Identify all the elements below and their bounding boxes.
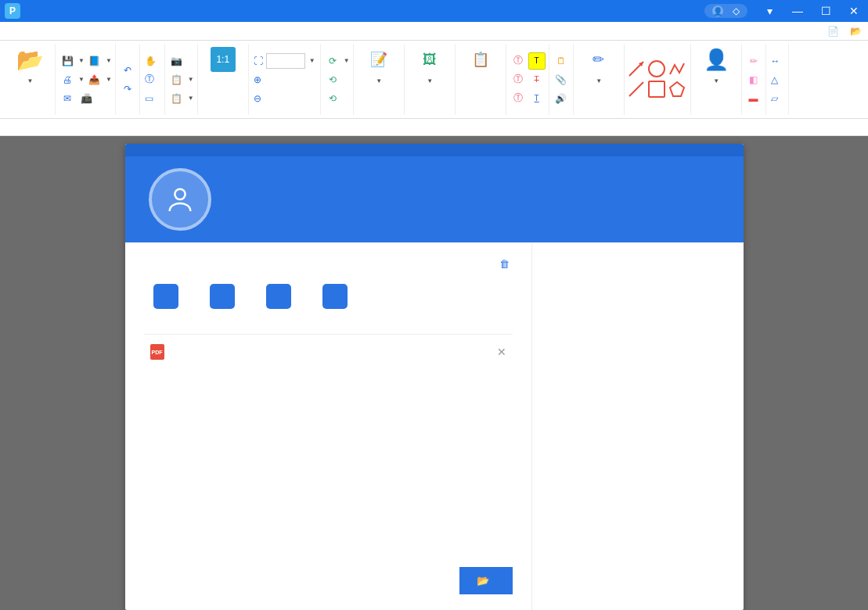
svg-marker-3 bbox=[670, 82, 684, 96]
app-logo-icon: P bbox=[5, 3, 20, 19]
rec-icon-ppt bbox=[210, 284, 235, 309]
strikeout-tool[interactable]: T bbox=[528, 71, 546, 88]
callout-tool[interactable]: Ⓣ bbox=[510, 90, 527, 107]
textbox-tool[interactable]: Ⓣ bbox=[510, 52, 527, 70]
polygon-shape[interactable] bbox=[668, 81, 686, 98]
rec-data-recovery[interactable] bbox=[322, 284, 348, 315]
add-button[interactable]: 🖼 ▼ bbox=[408, 44, 452, 84]
eraser-top-tool[interactable]: ✏ bbox=[745, 52, 762, 70]
rec-pdf-compress[interactable] bbox=[266, 284, 291, 315]
menubar: 📄 📂 bbox=[0, 22, 868, 41]
user-icon: 👤 bbox=[712, 5, 723, 16]
pencil-icon: ✏ bbox=[586, 47, 611, 72]
save-button[interactable]: 💾 bbox=[59, 52, 76, 70]
start-page: 🗑 PDF ✕ 📂 bbox=[125, 144, 744, 610]
start-page-title bbox=[125, 144, 744, 156]
add-icon: 🖼 bbox=[417, 47, 442, 72]
start-right-panel bbox=[532, 242, 744, 610]
line-shape[interactable] bbox=[628, 81, 645, 98]
folder-icon: 📂 bbox=[477, 575, 489, 587]
polyline-shape[interactable] bbox=[668, 60, 686, 77]
recommendation-row bbox=[144, 284, 513, 315]
actual-size-button[interactable]: 1:1 bbox=[201, 44, 245, 75]
select-text-tool[interactable]: Ⓣ bbox=[143, 71, 161, 88]
search-icon: 📂 bbox=[850, 26, 862, 37]
open-more-button[interactable]: 📂 bbox=[459, 567, 513, 594]
perimeter-tool[interactable]: △ bbox=[769, 71, 785, 88]
stamp-icon: 👤 bbox=[704, 47, 729, 72]
open-button[interactable]: 📂 ▼ bbox=[8, 44, 52, 84]
clipboard2-button[interactable]: 📋 bbox=[168, 90, 185, 107]
highlight-tool[interactable]: T bbox=[528, 52, 546, 70]
maximize-button[interactable]: ☐ bbox=[812, 0, 840, 22]
search-button[interactable]: 📂 bbox=[845, 26, 868, 37]
folder-open-icon: 📂 bbox=[17, 47, 42, 72]
rec-icon-word bbox=[153, 284, 178, 309]
note-tool[interactable]: 🗒 bbox=[553, 52, 570, 70]
redo-button[interactable]: ↷ bbox=[119, 81, 136, 98]
find-icon: 📄 bbox=[827, 26, 839, 37]
square-shape[interactable] bbox=[648, 81, 665, 98]
export-button[interactable]: 📤 bbox=[86, 71, 103, 88]
start-left-panel: 🗑 PDF ✕ 📂 bbox=[125, 242, 532, 610]
minimize-button[interactable]: — bbox=[783, 0, 812, 22]
find-button[interactable]: 📄 bbox=[823, 26, 845, 37]
login-status-pill[interactable]: 👤 ◇ bbox=[704, 4, 747, 18]
clipboard-button[interactable]: 📋 bbox=[168, 71, 185, 88]
circle-shape[interactable] bbox=[648, 60, 665, 77]
close-button[interactable]: ✕ bbox=[840, 0, 868, 22]
perimeter-icon: △ bbox=[771, 74, 778, 85]
actual-size-icon: 1:1 bbox=[211, 47, 236, 72]
lines-button[interactable]: ✏ ▼ bbox=[577, 44, 621, 84]
rec-pdf-to-ppt[interactable] bbox=[210, 284, 235, 315]
redact-tool[interactable]: ▬ bbox=[745, 90, 762, 107]
snapshot-button[interactable]: 📷 bbox=[168, 52, 185, 70]
hand-tool[interactable]: ✋ bbox=[143, 52, 161, 70]
edit-text-icon: 📝 bbox=[366, 47, 391, 72]
remove-recent-button[interactable]: ✕ bbox=[497, 346, 506, 358]
shape-palette bbox=[628, 60, 687, 99]
recent-file-row[interactable]: PDF ✕ bbox=[144, 334, 513, 369]
zoom-input[interactable] bbox=[266, 53, 305, 69]
attach-tool[interactable]: 📎 bbox=[553, 71, 570, 88]
zoom-out-button[interactable]: ⊖ bbox=[252, 90, 317, 107]
distance-tool[interactable]: ↔ bbox=[769, 52, 785, 70]
rotate-cw-button[interactable]: ⟳ bbox=[324, 52, 341, 70]
clear-button[interactable]: 🗑 bbox=[499, 258, 513, 270]
underline-tool[interactable]: T bbox=[528, 90, 546, 107]
eraser-tool[interactable]: ◧ bbox=[745, 71, 762, 88]
textbox2-tool[interactable]: Ⓣ bbox=[510, 71, 527, 88]
convert-button[interactable]: 📘 bbox=[86, 52, 103, 70]
select-annot-tool[interactable]: ▭ bbox=[143, 90, 161, 107]
hand-icon: ✋ bbox=[145, 56, 157, 66]
area-tool[interactable]: ▱ bbox=[769, 90, 785, 107]
sound-tool[interactable]: 🔊 bbox=[553, 90, 570, 107]
edit-form-icon: 📋 bbox=[468, 47, 493, 72]
rotate-ccw-button[interactable]: ⟲ bbox=[324, 71, 341, 88]
pdf-file-icon: PDF bbox=[150, 344, 164, 360]
edit-form-button[interactable]: 📋 bbox=[459, 44, 502, 75]
rec-pdf-to-word[interactable] bbox=[153, 284, 178, 315]
area-icon: ▱ bbox=[771, 93, 778, 104]
titlebar: P 👤 ◇ ▾ — ☐ ✕ bbox=[0, 0, 868, 22]
arrow-shape[interactable] bbox=[628, 60, 645, 77]
ribbon-toolbar: 📂 ▼ 💾▼ 📘▼ 🖨▼ 📤▼ ✉ 📠 ↶ ↷ bbox=[0, 41, 868, 119]
undo-button[interactable]: ↶ bbox=[119, 62, 136, 79]
print-button[interactable]: 🖨 bbox=[59, 71, 76, 88]
stamp-button[interactable]: 👤 ▼ bbox=[694, 44, 738, 84]
fit-page-icon[interactable]: ⛶ bbox=[254, 56, 263, 66]
rec-icon-recovery bbox=[322, 284, 348, 309]
menu-toggle-button[interactable]: ▾ bbox=[755, 0, 783, 22]
svg-point-4 bbox=[175, 189, 185, 199]
edit-text-button[interactable]: 📝 ▼ bbox=[357, 44, 401, 84]
rec-icon-compress bbox=[266, 284, 291, 309]
zoom-in-button[interactable]: ⊕ bbox=[252, 71, 317, 88]
scan-button[interactable]: 📠 bbox=[77, 90, 95, 107]
workspace: 🗑 PDF ✕ 📂 bbox=[0, 136, 868, 610]
mail-button[interactable]: ✉ bbox=[59, 90, 76, 107]
hero-banner bbox=[125, 156, 744, 242]
text-select-icon: Ⓣ bbox=[145, 73, 154, 86]
rotate-ccw2-button[interactable]: ⟲ bbox=[324, 90, 341, 107]
help-list bbox=[551, 272, 725, 327]
hero-avatar-icon[interactable] bbox=[149, 168, 211, 231]
